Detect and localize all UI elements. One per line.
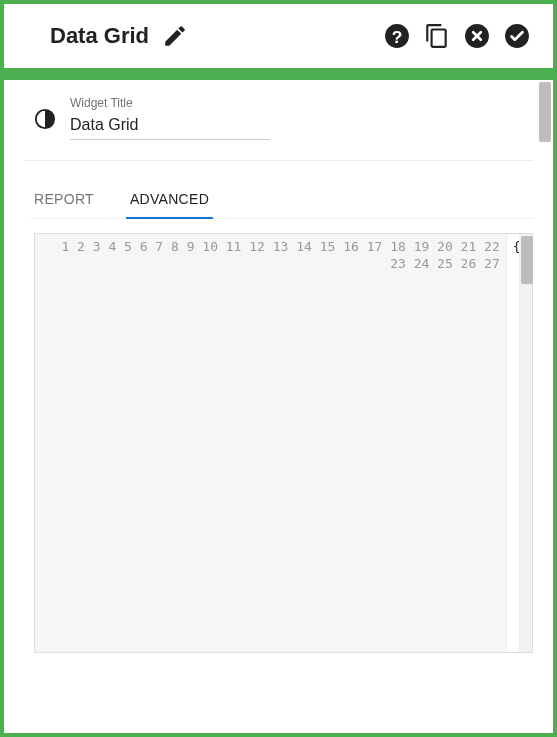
widget-title-field: Widget Title [70,96,270,140]
tab-report[interactable]: REPORT [30,183,98,218]
editor-code[interactable]: { "paging": true, "pageSize": 10, "sorti… [507,234,519,652]
confirm-icon[interactable] [503,22,531,50]
dialog-header: Data Grid ? [4,4,553,68]
editor-scrollbar-thumb[interactable] [521,236,533,284]
editor-gutter: 1 2 3 4 5 6 7 8 9 10 11 12 13 14 15 16 1… [35,234,507,652]
copy-icon[interactable] [423,22,451,50]
widget-title-label: Widget Title [70,96,270,110]
tab-advanced[interactable]: ADVANCED [126,183,213,219]
divider [24,160,533,161]
help-icon[interactable]: ? [383,22,411,50]
svg-text:?: ? [392,27,403,47]
editor-scrollbar[interactable] [519,234,532,652]
accent-bar [4,68,553,80]
dialog-content: Widget Title REPORT ADVANCED 1 2 3 4 5 6… [4,80,553,733]
contrast-icon[interactable] [34,108,56,140]
edit-icon[interactable] [161,22,189,50]
dialog-window: Data Grid ? Widget Title [4,4,553,733]
tab-bar: REPORT ADVANCED [30,183,533,219]
code-editor[interactable]: 1 2 3 4 5 6 7 8 9 10 11 12 13 14 15 16 1… [34,233,533,653]
widget-title-row: Widget Title [34,96,533,140]
close-icon[interactable] [463,22,491,50]
widget-title-input[interactable] [70,112,270,140]
content-scrollbar-thumb[interactable] [539,82,551,142]
dialog-title: Data Grid [50,23,149,49]
